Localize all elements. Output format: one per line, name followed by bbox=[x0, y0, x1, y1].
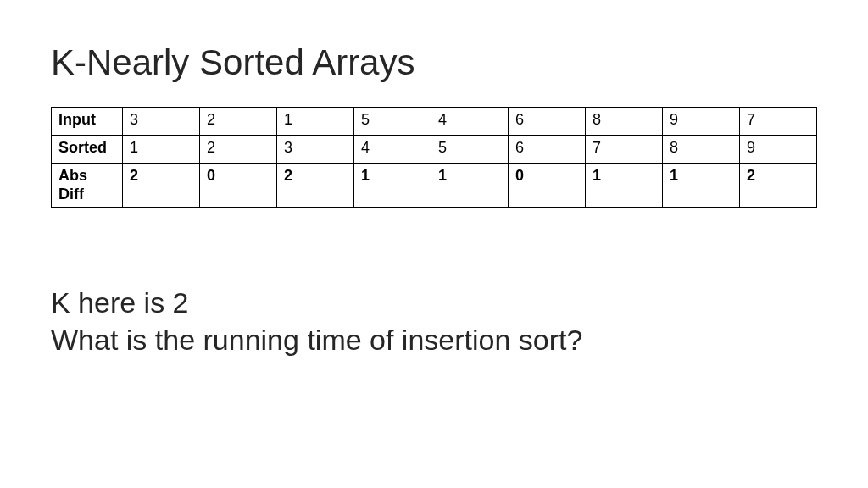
cell: 1 bbox=[354, 164, 431, 208]
cell: 2 bbox=[200, 108, 277, 136]
cell: 4 bbox=[354, 136, 431, 164]
row-label-diff: Abs Diff bbox=[52, 164, 123, 208]
cell: 8 bbox=[586, 108, 663, 136]
cell: 9 bbox=[663, 108, 740, 136]
body-text: K here is 2 What is the running time of … bbox=[51, 284, 817, 358]
table-row: Input 3 2 1 5 4 6 8 9 7 bbox=[52, 108, 817, 136]
cell: 0 bbox=[200, 164, 277, 208]
cell: 1 bbox=[663, 164, 740, 208]
cell: 2 bbox=[277, 164, 354, 208]
body-line-1: K here is 2 bbox=[51, 284, 817, 321]
cell: 2 bbox=[740, 164, 817, 208]
cell: 1 bbox=[586, 164, 663, 208]
table-row: Sorted 1 2 3 4 5 6 7 8 9 bbox=[52, 136, 817, 164]
cell: 1 bbox=[123, 136, 200, 164]
row-label-sorted: Sorted bbox=[52, 136, 123, 164]
cell: 6 bbox=[509, 136, 586, 164]
cell: 4 bbox=[431, 108, 509, 136]
body-line-2: What is the running time of insertion so… bbox=[51, 321, 817, 358]
row-label-input: Input bbox=[52, 108, 123, 136]
cell: 7 bbox=[740, 108, 817, 136]
cell: 7 bbox=[586, 136, 663, 164]
cell: 1 bbox=[277, 108, 354, 136]
data-table: Input 3 2 1 5 4 6 8 9 7 Sorted 1 2 3 4 5… bbox=[51, 107, 817, 208]
cell: 3 bbox=[123, 108, 200, 136]
cell: 2 bbox=[123, 164, 200, 208]
cell: 0 bbox=[509, 164, 586, 208]
table-row: Abs Diff 2 0 2 1 1 0 1 1 2 bbox=[52, 164, 817, 208]
cell: 9 bbox=[740, 136, 817, 164]
slide-title: K-Nearly Sorted Arrays bbox=[51, 42, 817, 83]
cell: 3 bbox=[277, 136, 354, 164]
cell: 5 bbox=[431, 136, 509, 164]
cell: 2 bbox=[200, 136, 277, 164]
cell: 6 bbox=[509, 108, 586, 136]
cell: 5 bbox=[354, 108, 431, 136]
cell: 1 bbox=[431, 164, 509, 208]
slide: K-Nearly Sorted Arrays Input 3 2 1 5 4 6… bbox=[0, 0, 868, 393]
cell: 8 bbox=[663, 136, 740, 164]
